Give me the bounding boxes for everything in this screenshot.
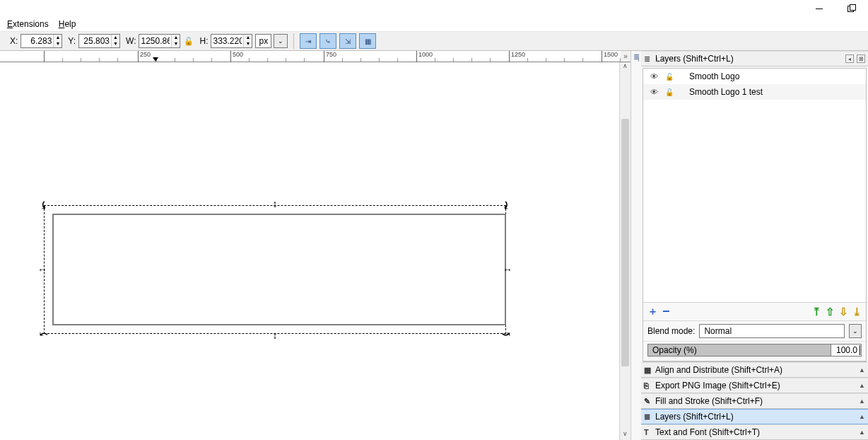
dock-icon: ▦ [644, 366, 655, 375]
window-maximize-button[interactable] [835, 0, 868, 17]
vertical-scrollbar[interactable]: ∧ ∨ [619, 62, 631, 440]
dock-icon: T [644, 428, 655, 436]
toggle-2[interactable]: ⤷ [319, 33, 336, 49]
main-area: 250500750100012501500 » ⤹ ⤸ ⤺ ⤻ ↕ ↕ ↔ ↔ … [0, 51, 868, 440]
w-spin-down[interactable]: ▼ [172, 41, 180, 47]
layer-down-button[interactable]: ⇩ [839, 306, 848, 318]
svg-rect-1 [850, 5, 856, 11]
ruler-tick: 500 [230, 51, 243, 62]
rotate-handle-ne[interactable]: ⤸ [502, 201, 510, 209]
blend-mode-select[interactable]: Normal [699, 324, 845, 338]
h-input-box[interactable]: ▲▼ [211, 34, 252, 48]
skew-handle-n[interactable]: ↕ [271, 199, 279, 208]
layer-controls: ＋ − ⤒ ⇧ ⇩ ⤓ [643, 302, 866, 320]
dock-icon: ✎ [644, 397, 655, 406]
expand-icon: ▲ [859, 398, 865, 405]
panel-column: ≣ Layers (Shift+Ctrl+L) ◂ ⊠ 👁🔓Smooth Log… [641, 51, 868, 440]
scroll-up[interactable]: ∧ [620, 62, 631, 72]
toggle-1[interactable]: ⇥ [300, 33, 317, 49]
layer-lock-icon[interactable]: 🔓 [665, 73, 674, 81]
x-label: X: [10, 36, 18, 46]
rotate-handle-se[interactable]: ⤻ [502, 330, 510, 338]
y-input-box[interactable]: ▲▼ [78, 34, 120, 48]
layer-up-button[interactable]: ⇧ [826, 306, 835, 318]
layer-to-bottom-button[interactable]: ⤓ [852, 306, 862, 318]
panel-close-button[interactable]: ⊠ [857, 54, 865, 63]
blend-mode-row: Blend mode: Normal ⌄ [643, 320, 866, 341]
window-titlebar: ─ [0, 0, 868, 17]
h-spin-up[interactable]: ▲ [244, 35, 252, 41]
dock-header[interactable]: ▦Align and Distribute (Shift+Ctrl+A)▲ [641, 362, 868, 378]
skew-handle-w[interactable]: ↔ [38, 265, 47, 274]
skew-handle-e[interactable]: ↔ [503, 265, 512, 274]
toggle-4[interactable]: ▦ [359, 33, 376, 49]
dock-header[interactable]: ✎Fill and Stroke (Shift+Ctrl+F)▲ [641, 393, 868, 409]
x-input[interactable] [21, 36, 53, 46]
skew-handle-s[interactable]: ↕ [271, 331, 279, 340]
layers-panel-title: Layers (Shift+Ctrl+L) [655, 54, 845, 64]
rotate-handle-sw[interactable]: ⤺ [40, 330, 48, 338]
dock-title: Fill and Stroke (Shift+Ctrl+F) [655, 396, 859, 406]
h-input[interactable] [211, 36, 243, 46]
ruler-tick: 1250 [509, 51, 525, 62]
ruler-scroll-right[interactable]: » [621, 51, 631, 61]
x-input-box[interactable]: ▲▼ [20, 34, 62, 48]
layer-visibility-icon[interactable]: 👁 [650, 72, 658, 81]
add-layer-button[interactable]: ＋ [647, 305, 658, 318]
opacity-value[interactable]: 100.0 [831, 344, 862, 357]
blend-mode-dropdown[interactable]: ⌄ [849, 324, 862, 338]
dock-title: Layers (Shift+Ctrl+L) [655, 412, 859, 422]
remove-layer-button[interactable]: − [662, 304, 670, 319]
canvas[interactable]: ⤹ ⤸ ⤺ ⤻ ↕ ↕ ↔ ↔ [0, 62, 616, 440]
dock-area: ≣ ≣ Layers (Shift+Ctrl+L) ◂ ⊠ 👁🔓Smooth L… [631, 51, 868, 440]
toggle-3[interactable]: ⇲ [339, 33, 356, 49]
ruler-position-marker [153, 57, 158, 62]
selected-object[interactable]: ⤹ ⤸ ⤺ ⤻ ↕ ↕ ↔ ↔ [40, 201, 510, 338]
dock-title: Export PNG Image (Shift+Ctrl+E) [655, 381, 859, 390]
canvas-wrapper: 250500750100012501500 » ⤹ ⤸ ⤺ ⤻ ↕ ↕ ↔ ↔ … [0, 51, 631, 440]
unit-dropdown-button[interactable]: ⌄ [274, 34, 288, 48]
panel-menu-button[interactable]: ◂ [845, 54, 854, 63]
layers-panel-body: 👁🔓Smooth Logo👁🔓Smooth Logo 1 test ＋ − ⤒ … [643, 68, 867, 362]
dock-header[interactable]: ⎘Export PNG Image (Shift+Ctrl+E)▲ [641, 378, 868, 393]
ruler-tick: 1000 [416, 51, 433, 62]
scroll-thumb[interactable] [621, 119, 629, 366]
scroll-down[interactable]: ∨ [620, 430, 631, 440]
opacity-slider[interactable]: Opacity (%) [647, 344, 831, 357]
y-label: Y: [68, 36, 76, 46]
w-input-box[interactable]: ▲▼ [139, 34, 180, 48]
menu-extensions[interactable]: Extensions [4, 18, 52, 30]
opacity-row: Opacity (%) 100.0 [643, 341, 866, 361]
x-spin-up[interactable]: ▲ [54, 35, 61, 41]
y-input[interactable] [79, 36, 111, 46]
blend-mode-label: Blend mode: [647, 326, 695, 336]
horizontal-ruler[interactable]: 250500750100012501500 [0, 51, 631, 62]
ruler-tick: 250 [138, 51, 151, 62]
menubar: Extensions Help [0, 17, 868, 31]
options-bar: X: ▲▼ Y: ▲▼ W: ▲▼ 🔓 H: ▲▼ px ⌄ ⇥ ⤷ ⇲ ▦ [0, 31, 868, 51]
layer-row[interactable]: 👁🔓Smooth Logo [643, 69, 866, 84]
y-spin-up[interactable]: ▲ [112, 35, 119, 41]
rectangle-shape[interactable] [52, 214, 506, 325]
x-spin-down[interactable]: ▼ [54, 41, 61, 47]
rotate-handle-nw[interactable]: ⤹ [40, 201, 48, 209]
dock-header[interactable]: ≣Layers (Shift+Ctrl+L)▲ [641, 409, 868, 424]
layer-to-top-button[interactable]: ⤒ [812, 306, 821, 318]
dock-icon: ≣ [644, 412, 655, 422]
ruler-tick [44, 51, 46, 62]
expand-icon: ▲ [859, 382, 865, 389]
w-spin-up[interactable]: ▲ [172, 35, 180, 41]
layer-lock-icon[interactable]: 🔓 [665, 88, 674, 96]
dock-title: Align and Distribute (Shift+Ctrl+A) [655, 365, 859, 375]
window-minimize-button[interactable]: ─ [803, 0, 835, 17]
lock-wh-icon[interactable]: 🔓 [184, 37, 194, 46]
menu-help[interactable]: Help [56, 18, 79, 30]
h-spin-down[interactable]: ▼ [244, 41, 252, 47]
w-label: W: [126, 36, 136, 46]
layer-visibility-icon[interactable]: 👁 [650, 88, 658, 96]
unit-select[interactable]: px [255, 34, 271, 48]
w-input[interactable] [139, 36, 171, 46]
dock-header[interactable]: TText and Font (Shift+Ctrl+T)▲ [641, 424, 868, 440]
layer-row[interactable]: 👁🔓Smooth Logo 1 test [643, 84, 866, 100]
y-spin-down[interactable]: ▼ [112, 41, 119, 47]
